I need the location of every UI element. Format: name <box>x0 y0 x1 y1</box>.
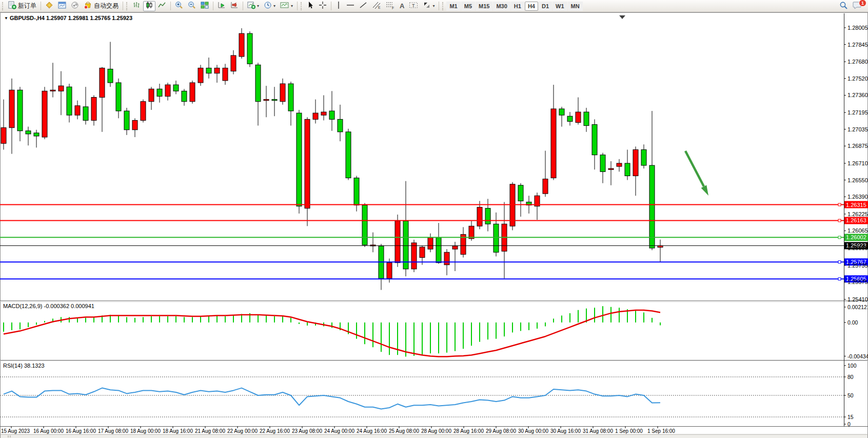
hline-anchor-marker[interactable] <box>838 261 841 263</box>
data-window-icon <box>58 1 66 11</box>
timeframe-h4-button[interactable]: H4 <box>525 2 538 11</box>
candle <box>83 107 88 121</box>
timeframe-h1-button[interactable]: H1 <box>511 2 524 11</box>
candle <box>411 243 417 269</box>
candle <box>641 149 646 165</box>
notifications-button[interactable]: 1 <box>851 1 864 11</box>
toolbar-separator <box>243 2 243 10</box>
zoom-out-button[interactable] <box>186 1 198 11</box>
timeframe-m15-button[interactable]: M15 <box>476 2 492 11</box>
data-window-button[interactable] <box>56 1 68 11</box>
timeframe-w1-button[interactable]: W1 <box>553 2 567 11</box>
navigator-button[interactable] <box>69 1 81 11</box>
hline-anchor-marker[interactable] <box>838 236 841 239</box>
cursor-tool-button[interactable] <box>305 1 316 11</box>
timeframe-m5-button[interactable]: M5 <box>461 2 475 11</box>
trendline-icon <box>359 1 367 11</box>
chevron-down-icon: ▾ <box>291 4 293 8</box>
price-tag-label: 1.26002 <box>846 234 866 240</box>
svg-text:F: F <box>392 6 394 10</box>
price-tick-label: 1.26390 <box>847 194 868 200</box>
candle <box>280 84 285 102</box>
candle <box>329 111 334 119</box>
horizontal-line-tool-button[interactable] <box>344 1 357 11</box>
timeframe-m30-button[interactable]: M30 <box>493 2 510 11</box>
candle <box>50 90 55 91</box>
macd-tick-label: -0.004348 <box>847 353 868 359</box>
arrows-tool-button[interactable]: ▾ <box>421 1 437 11</box>
notification-badge: 1 <box>859 0 866 7</box>
autotrading-icon <box>84 1 92 11</box>
chart-canvas[interactable]: 1.263151.261631.260021.259231.257671.256… <box>0 0 868 438</box>
rsi-tick-label: 50 <box>847 392 854 398</box>
hline-anchor-marker[interactable] <box>838 278 841 280</box>
candle <box>198 68 203 83</box>
timeframe-mn-button[interactable]: MN <box>568 2 583 11</box>
x-axis-label: 28 Aug 16:00 <box>453 428 484 434</box>
candle <box>231 55 236 71</box>
tile-windows-button[interactable] <box>199 1 211 11</box>
crosshair-tool-button[interactable] <box>317 1 329 11</box>
channel-tool-button[interactable]: E <box>370 1 383 11</box>
autotrading-button[interactable]: 自动交易 <box>82 1 121 11</box>
price-tick-label: 1.27195 <box>847 109 868 116</box>
x-axis-label: 1 Sep 16:00 <box>647 428 675 434</box>
candlestick-chart-icon <box>145 1 153 11</box>
x-axis-label: 22 Aug 00:00 <box>227 428 258 434</box>
candle <box>288 84 293 111</box>
periods-button[interactable]: ▾ <box>262 1 278 11</box>
hline-anchor-marker[interactable] <box>838 203 841 206</box>
market-watch-button[interactable] <box>43 1 55 11</box>
status-strip <box>1 434 867 438</box>
line-chart-button[interactable] <box>156 1 168 11</box>
x-axis-label: 16 Aug 00:00 <box>33 428 64 434</box>
fibonacci-tool-button[interactable]: F <box>384 1 397 11</box>
autotrading-label: 自动交易 <box>94 2 119 10</box>
candle <box>313 113 318 119</box>
candle <box>305 119 310 208</box>
chart-shift-button[interactable] <box>228 1 241 11</box>
x-axis-label: 18 Aug 16:00 <box>163 428 193 434</box>
candle <box>100 68 105 97</box>
search-icon <box>839 1 848 11</box>
x-axis-label: 15 Aug 2023 <box>1 428 30 434</box>
candle <box>157 89 162 96</box>
cursor-icon <box>307 1 314 11</box>
trendline-tool-button[interactable] <box>357 1 369 11</box>
toolbar-grip <box>2 2 5 10</box>
price-tick-label: 1.25735 <box>847 262 868 269</box>
price-tag-label: 1.26163 <box>846 217 866 223</box>
zoom-in-icon <box>175 1 183 11</box>
rsi-tick-label: 15 <box>847 414 854 420</box>
vertical-line-tool-button[interactable] <box>333 1 344 11</box>
text-tool-button[interactable]: A <box>398 1 406 11</box>
new-order-button[interactable]: 新订单 <box>6 1 38 11</box>
search-button[interactable] <box>837 1 850 11</box>
candle <box>255 65 261 101</box>
label-tool-button[interactable]: T <box>407 1 420 11</box>
one-click-trading-arrow[interactable]: ▼ <box>4 16 8 21</box>
navigator-icon <box>71 1 79 11</box>
candle <box>17 90 23 131</box>
timeframe-m1-button[interactable]: M1 <box>446 2 460 11</box>
candle <box>1 128 6 144</box>
candle <box>559 109 564 115</box>
zoom-in-button[interactable] <box>173 1 185 11</box>
candle <box>346 132 351 178</box>
timeframe-d1-button[interactable]: D1 <box>539 2 552 11</box>
toolbar: 新订单 自动交易 ▾ ▾ ▾ E F A <box>0 0 868 12</box>
chart-symbol-period: GBPUSD-,H4 <box>10 15 45 21</box>
templates-button[interactable]: ▾ <box>278 1 295 11</box>
indicators-button[interactable]: ▾ <box>245 1 261 11</box>
candle <box>272 100 277 101</box>
auto-scroll-button[interactable] <box>215 1 228 11</box>
x-axis-label: 28 Aug 00:00 <box>421 428 451 434</box>
price-tick-label: 1.26550 <box>847 177 868 183</box>
x-axis-label: 22 Aug 16:00 <box>260 428 290 434</box>
hline-anchor-marker[interactable] <box>838 219 841 222</box>
auto-scroll-icon <box>218 1 226 11</box>
candle <box>239 33 244 56</box>
toolbar-separator <box>123 2 123 10</box>
bar-chart-button[interactable] <box>130 1 143 11</box>
candlestick-chart-button[interactable] <box>143 1 155 11</box>
